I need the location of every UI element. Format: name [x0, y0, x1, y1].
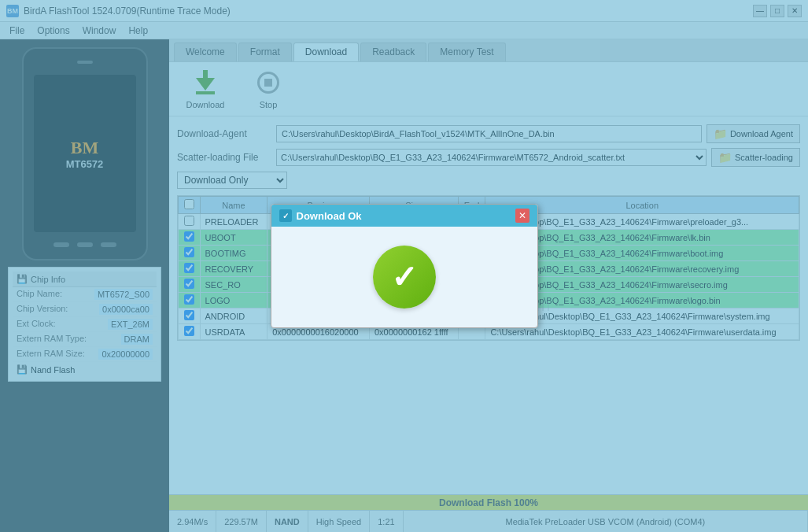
modal-header-icon: ✓: [279, 209, 292, 222]
modal-close-button[interactable]: ✕: [515, 209, 529, 223]
modal-header: ✓ Download Ok ✕: [271, 205, 537, 227]
checkmark-circle: ✓: [373, 246, 436, 308]
modal-title-text: Download Ok: [297, 210, 362, 222]
modal-overlay: ✓ Download Ok ✕ ✓: [0, 0, 808, 532]
modal-body: ✓: [271, 227, 537, 327]
checkmark-symbol: ✓: [391, 259, 418, 295]
modal-dialog: ✓ Download Ok ✕ ✓: [271, 204, 538, 328]
